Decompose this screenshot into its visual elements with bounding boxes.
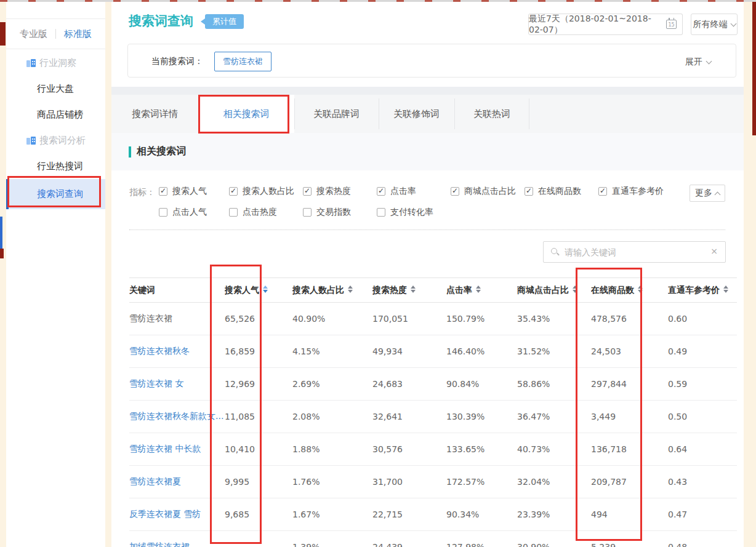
tab-item[interactable]: 关联修饰词 [379, 95, 454, 133]
metric-checkbox[interactable] [451, 187, 459, 196]
background-window-top-edge [0, 0, 756, 2]
metric-checkbox[interactable] [159, 187, 167, 196]
value-cell: 4.15% [292, 335, 372, 368]
table-row: 雪纺连衣裙 中长款10,4101.88%30,576133.65%40.73%1… [129, 433, 737, 466]
tab-item[interactable]: 相关搜索词 [198, 95, 294, 133]
metric-checkbox[interactable] [229, 208, 238, 217]
version-tab-pro[interactable]: 专业版 [20, 28, 47, 40]
tab-item[interactable]: 关联热词 [454, 95, 529, 133]
sort-icon[interactable] [411, 285, 416, 293]
value-cell: 2.69% [292, 368, 372, 401]
table-row: 雪纺连衣裙65,52640.90%170,051150.79%35.43%478… [129, 303, 737, 335]
metric-checkbox[interactable] [159, 208, 167, 217]
value-cell: 478,576 [591, 303, 668, 335]
keyword-cell: 雪纺连衣裙 女 [129, 368, 225, 401]
date-range-text: 最近7天（2018-02-01~2018-02-07） [529, 14, 661, 36]
sidebar-item-label: 搜索词查询 [37, 188, 83, 200]
more-metrics-button[interactable]: 更多 [690, 185, 725, 202]
metric-checkbox[interactable] [303, 187, 312, 196]
current-search-word-button[interactable]: 雪纺连衣裙 [214, 52, 271, 71]
background-maroon-strip [752, 1, 756, 135]
metric-label: 支付转化率 [390, 207, 433, 218]
folder-icon [26, 137, 36, 145]
metric-checkbox[interactable] [303, 208, 312, 217]
sort-up-arrow [411, 285, 416, 289]
keyword-cell: 加绒雪纺连衣裙 [129, 531, 225, 547]
sort-down-arrow [723, 290, 728, 293]
metric-label: 搜索人数占比 [243, 186, 294, 197]
sort-up-arrow [348, 285, 353, 289]
sidebar-item[interactable]: 搜索词分析 [6, 127, 105, 153]
related-search-table: 关键词搜索人气搜索人数占比搜索热度点击率商城点击占比在线商品数直通车参考价 雪纺… [129, 277, 737, 547]
keyword-link[interactable]: 反季连衣裙夏 雪纺 [129, 509, 201, 519]
value-cell: 0.50 [668, 401, 737, 433]
sort-icon[interactable] [476, 285, 481, 293]
metric-checkbox[interactable] [377, 208, 385, 217]
keyword-link[interactable]: 雪纺连衣裙秋冬 [129, 346, 190, 356]
keyword-link[interactable]: 加绒雪纺连衣裙 [129, 541, 190, 547]
value-cell: 130.39% [446, 401, 517, 433]
column-header: 在线商品数 [591, 278, 668, 303]
metric-label: 点击人气 [172, 207, 207, 218]
version-tab-standard[interactable]: 标准版 [64, 28, 92, 40]
value-cell: 24,503 [591, 335, 668, 368]
sort-icon[interactable] [263, 285, 268, 293]
value-cell: 12,969 [225, 368, 292, 401]
keyword-link[interactable]: 雪纺连衣裙 女 [129, 378, 183, 388]
table-header: 关键词搜索人气搜索人数占比搜索热度点击率商城点击占比在线商品数直通车参考价 [129, 278, 737, 303]
metric-label: 商城点击占比 [464, 186, 516, 197]
terminal-select[interactable]: 所有终端 [691, 14, 738, 35]
value-cell: 32.04% [517, 466, 591, 498]
sidebar-item[interactable]: 搜索词查询 [6, 179, 105, 209]
sidebar-item[interactable]: 行业热搜词 [6, 153, 105, 179]
metric-checkbox[interactable] [525, 187, 533, 196]
sort-icon[interactable] [638, 285, 643, 293]
column-header-label: 搜索人数占比 [292, 285, 344, 295]
table-row: 雪纺连衣裙夏9,9951.76%31,700172.57%32.04%209,7… [129, 466, 737, 498]
keyword-search-input[interactable] [565, 242, 706, 262]
metric-checkbox[interactable] [229, 187, 238, 196]
table-row: 雪纺连衣裙秋冬新款女...11,0852.08%32,641130.39%36.… [129, 401, 737, 433]
tab-label: 关联品牌词 [313, 108, 360, 120]
keyword-link[interactable]: 雪纺连衣裙 中长款 [129, 444, 201, 453]
keyword-cell: 雪纺连衣裙秋冬 [129, 335, 225, 368]
column-header: 搜索人气 [225, 278, 292, 303]
current-search-panel: 当前搜索词： 雪纺连衣裙 展开 [127, 44, 736, 78]
sidebar-item[interactable]: 行业洞察 [6, 50, 105, 76]
metric-item: 商城点击占比 [451, 186, 516, 197]
sort-icon[interactable] [348, 285, 353, 293]
value-cell: 0.60 [668, 303, 737, 335]
tab-item[interactable]: 关联品牌词 [294, 95, 379, 133]
value-cell: 0.47 [668, 498, 737, 531]
column-header-label: 搜索人气 [225, 285, 259, 295]
terminal-select-value: 所有终端 [693, 19, 728, 30]
value-cell: 31,700 [372, 466, 446, 498]
value-cell: 1.67% [292, 498, 372, 531]
value-cell: 24,683 [372, 368, 446, 401]
keyword-text: 雪纺连衣裙 [129, 313, 172, 323]
tab-item[interactable]: 搜索词详情 [111, 95, 198, 133]
metric-item: 搜索人数占比 [229, 186, 294, 197]
value-cell: 9,995 [225, 466, 292, 498]
background-blue-block [0, 217, 2, 249]
value-cell: 0.49 [668, 335, 737, 368]
sidebar-item-label: 商品店铺榜 [37, 109, 83, 121]
expand-toggle[interactable]: 展开 [685, 57, 711, 68]
metric-checkbox[interactable] [598, 187, 607, 196]
calendar-button[interactable]: 15 [661, 14, 683, 35]
value-cell: 30.90% [517, 531, 591, 547]
sidebar-nav: 行业洞察行业大盘商品店铺榜搜索词分析行业热搜词搜索词查询 [6, 50, 105, 209]
sidebar-item[interactable]: 行业大盘 [6, 76, 105, 102]
metric-checkbox[interactable] [377, 187, 385, 196]
date-range-picker[interactable]: 最近7天（2018-02-01~2018-02-07） [528, 14, 661, 35]
sidebar-main-gap [105, 0, 111, 547]
column-header: 点击率 [446, 278, 517, 303]
sort-icon[interactable] [573, 285, 578, 293]
sidebar-item[interactable]: 商品店铺榜 [6, 102, 105, 127]
clear-search-icon[interactable]: × [710, 246, 718, 256]
keyword-link[interactable]: 雪纺连衣裙秋冬新款女... [129, 411, 223, 421]
sort-icon[interactable] [723, 285, 729, 293]
chevron-down-icon [706, 58, 712, 65]
metric-label: 交易指数 [316, 207, 351, 218]
keyword-link[interactable]: 雪纺连衣裙夏 [129, 476, 181, 486]
